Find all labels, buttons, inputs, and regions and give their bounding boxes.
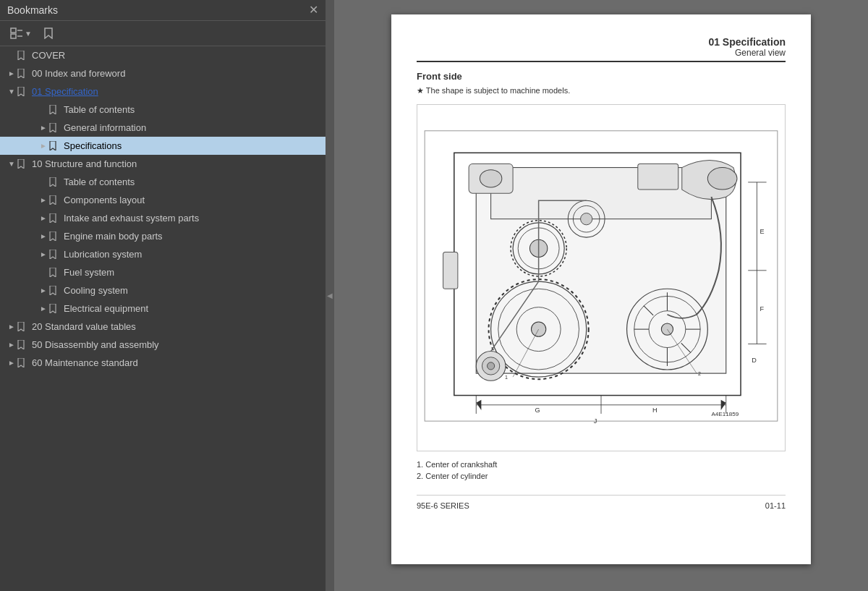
- bookmark-item-10-components[interactable]: ► Components layout: [0, 191, 326, 209]
- expand-arrow: ►: [38, 305, 49, 312]
- svg-text:H: H: [652, 407, 658, 414]
- item-label: 01 Specification: [32, 86, 98, 97]
- expand-arrow: ►: [38, 232, 49, 240]
- svg-point-10: [531, 322, 545, 336]
- bookmark-icon: [49, 177, 61, 187]
- bookmark-icon: [49, 250, 61, 259]
- doc-subtitle: General view: [417, 48, 786, 58]
- bookmark-item-01-specifications[interactable]: ► Specifications: [0, 137, 326, 155]
- bookmark-item-10-cooling[interactable]: ► Cooling system: [0, 281, 326, 299]
- expand-arrow: ►: [38, 214, 49, 222]
- bookmark-icon: [17, 159, 29, 169]
- sidebar-toolbar: ▼: [0, 21, 326, 46]
- svg-rect-36: [443, 252, 458, 289]
- footer-series: 95E-6 SERIES: [417, 501, 469, 510]
- bookmark-icon: [17, 69, 29, 78]
- expand-arrow: ►: [6, 69, 17, 77]
- expand-arrow: ▼: [6, 88, 17, 95]
- expand-arrow: [38, 178, 49, 186]
- note-star: ★: [417, 86, 426, 95]
- item-label: COVER: [32, 50, 65, 61]
- bookmark-icon: [17, 51, 29, 60]
- bookmarks-panel: Bookmarks ✕ ▼ COVER: [0, 0, 326, 591]
- note-text: The shape is subject to machine models.: [426, 86, 570, 95]
- item-label: Specifications: [64, 140, 122, 151]
- bookmark-item-01-spec[interactable]: ▼ 01 Specification: [0, 82, 326, 101]
- bookmark-item-10-engine-body[interactable]: ► Engine main body parts: [0, 227, 326, 245]
- bookmark-item-00-index[interactable]: ► 00 Index and foreword: [0, 64, 326, 82]
- item-label: Fuel system: [64, 267, 114, 278]
- dropdown-arrow: ▼: [25, 30, 32, 38]
- bookmark-item-10-intake[interactable]: ► Intake and exhaust system parts: [0, 209, 326, 227]
- bookmark-icon: [17, 322, 29, 331]
- expand-arrow: ►: [38, 250, 49, 258]
- document-page: 01 Specification General view Front side…: [391, 14, 811, 564]
- bookmark-item-20-standard[interactable]: ► 20 Standard value tables: [0, 318, 326, 336]
- svg-text:D: D: [752, 357, 757, 364]
- expand-arrow: [6, 51, 17, 59]
- svg-text:2: 2: [698, 371, 701, 377]
- sidebar-header: Bookmarks ✕: [0, 0, 326, 21]
- bookmark-icon: [49, 231, 61, 241]
- expand-arrow: ►: [38, 196, 49, 204]
- item-label: Electrical equipment: [64, 303, 148, 314]
- item-label: Cooling system: [64, 285, 128, 296]
- bookmark-icon: [17, 87, 29, 96]
- bookmark-item-10-electrical[interactable]: ► Electrical equipment: [0, 299, 326, 318]
- item-label: Intake and exhaust system parts: [64, 213, 199, 224]
- bookmark-icon: [49, 123, 61, 132]
- item-label: 00 Index and foreword: [32, 68, 125, 79]
- bookmark-icon: [17, 340, 29, 349]
- expand-arrow: ►: [38, 124, 49, 132]
- expand-icon: [10, 27, 23, 39]
- document-panel: 01 Specification General view Front side…: [334, 0, 868, 591]
- item-label: 60 Maintenance standard: [32, 357, 138, 368]
- bookmark-item-10-structure[interactable]: ▼ 10 Structure and function: [0, 155, 326, 173]
- item-label: Engine main body parts: [64, 231, 163, 242]
- svg-text:A4E11859: A4E11859: [711, 411, 739, 417]
- bookmark-options-button[interactable]: [39, 25, 58, 42]
- expand-arrow: ►: [38, 142, 49, 150]
- bookmark-icon: [49, 268, 61, 277]
- item-label: Components layout: [64, 195, 145, 205]
- bookmark-item-cover[interactable]: COVER: [0, 46, 326, 64]
- sidebar-title: Bookmarks: [7, 4, 58, 16]
- bookmark-item-50-disassembly[interactable]: ► 50 Disassembly and assembly: [0, 336, 326, 354]
- bookmark-item-01-general[interactable]: ► General information: [0, 119, 326, 137]
- bookmark-tree: COVER ► 00 Index and foreword ▼ 01 Speci…: [0, 46, 326, 591]
- expand-arrow: ▼: [6, 160, 17, 168]
- bookmark-icon: [43, 27, 54, 39]
- bookmark-item-01-toc[interactable]: Table of contents: [0, 101, 326, 119]
- expand-arrow: ►: [6, 323, 17, 331]
- bookmark-item-10-lube[interactable]: ► Lubrication system: [0, 245, 326, 263]
- bookmark-icon: [49, 141, 61, 150]
- svg-rect-32: [638, 164, 678, 190]
- caption-1: 1. Center of crankshaft: [417, 460, 786, 469]
- bookmark-icon: [17, 358, 29, 367]
- svg-point-29: [707, 168, 737, 190]
- expand-all-button[interactable]: ▼: [6, 25, 36, 42]
- expand-arrow: [38, 106, 49, 114]
- svg-text:F: F: [760, 305, 764, 312]
- item-label: 50 Disassembly and assembly: [32, 339, 159, 350]
- close-button[interactable]: ✕: [309, 4, 318, 16]
- bookmark-item-60-maintenance[interactable]: ► 60 Maintenance standard: [0, 354, 326, 372]
- doc-header: 01 Specification General view: [417, 36, 786, 58]
- panel-resize-handle[interactable]: ◀: [326, 0, 334, 591]
- section-title: Front side: [417, 71, 786, 82]
- item-label: General information: [64, 122, 146, 133]
- engine-svg: G H J E F D 2 1 A: [417, 105, 785, 451]
- item-label: 20 Standard value tables: [32, 321, 136, 332]
- engine-diagram: G H J E F D 2 1 A: [417, 104, 786, 451]
- bookmark-item-10-toc[interactable]: Table of contents: [0, 173, 326, 191]
- document-scroll[interactable]: 01 Specification General view Front side…: [334, 0, 868, 591]
- bookmark-item-10-fuel[interactable]: Fuel system: [0, 263, 326, 281]
- item-label: Lubrication system: [64, 249, 142, 260]
- doc-note: ★ The shape is subject to machine models…: [417, 86, 786, 95]
- svg-point-31: [480, 170, 501, 187]
- svg-point-18: [581, 213, 592, 225]
- svg-rect-0: [11, 28, 16, 33]
- svg-point-35: [488, 362, 495, 370]
- expand-arrow: [38, 268, 49, 276]
- item-label: Table of contents: [64, 177, 135, 187]
